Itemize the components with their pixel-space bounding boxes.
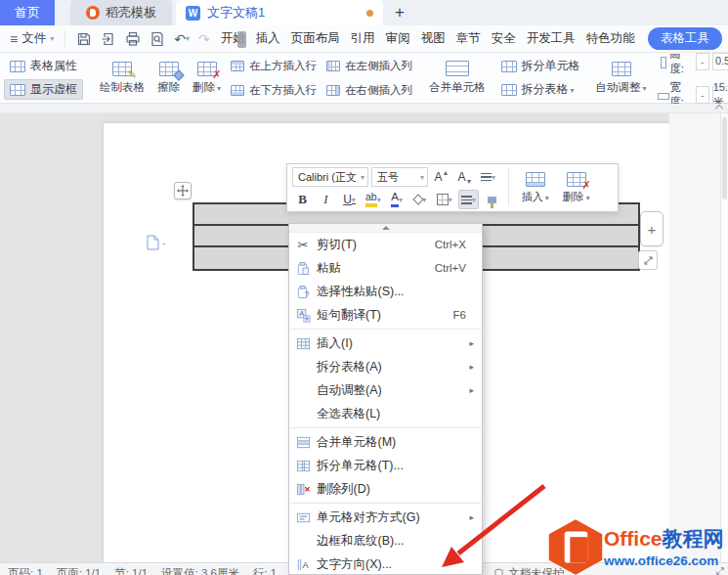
tab-document[interactable]: W 文字文稿1 — [176, 0, 383, 25]
context-menu-item[interactable]: ✂ 剪切(T) Ctrl+X — [289, 233, 482, 256]
menu-item-label: 单元格对齐方式(G) — [317, 509, 458, 526]
save-button[interactable] — [76, 31, 92, 47]
chevron-down-icon: ▾ — [420, 173, 424, 182]
new-tab-button[interactable]: + — [383, 0, 416, 25]
width-value-field[interactable]: 15.03厘米 — [712, 86, 728, 104]
redo-button-disabled: ↷ — [198, 31, 210, 47]
context-menu-item[interactable]: 边框和底纹(B)... — [289, 529, 482, 553]
table-properties-button[interactable]: 表格属性 — [4, 56, 83, 76]
insert-table-button[interactable]: 插入▾ — [515, 167, 556, 208]
print-button[interactable] — [125, 31, 141, 47]
eraser-button[interactable]: 擦除 — [154, 60, 183, 97]
underline-button[interactable]: U▾ — [339, 190, 360, 209]
italic-button[interactable]: I — [316, 190, 336, 209]
delete-table-button[interactable]: ✗ 删除▾ — [556, 167, 597, 208]
table-move-handle[interactable] — [174, 182, 192, 199]
context-menu: ✂ 剪切(T) Ctrl+X 粘贴 Ctrl+V ? 选择性粘贴(S)... A… — [288, 223, 483, 575]
undo-button[interactable]: ↶▾ — [174, 31, 190, 47]
autofit-button[interactable]: 自动调整▾ — [593, 60, 650, 97]
bold-button[interactable]: B — [292, 190, 313, 209]
draw-table-button[interactable]: ✎ 绘制表格 — [97, 60, 148, 97]
status-segment[interactable]: 页码: 1 — [8, 566, 43, 575]
ribbon-tabs: 开始插入页面布局引用审阅视图章节安全开发工具特色功能 — [221, 30, 635, 47]
ribbon-tab[interactable]: 特色功能 — [586, 30, 635, 47]
submenu-arrow-icon: ▸ — [466, 362, 474, 372]
status-segment[interactable]: 行: 1 — [253, 566, 277, 575]
scrollbar-thumb[interactable] — [722, 117, 727, 199]
context-menu-item[interactable]: ? 选择性粘贴(S)... — [289, 280, 482, 303]
ribbon-tab[interactable]: 开发工具 — [527, 30, 576, 47]
tab-docer-label: 稻壳模板 — [106, 4, 156, 22]
borders-button[interactable]: ▾ — [434, 190, 455, 209]
table-resize-handle[interactable] — [638, 250, 658, 270]
submenu-arrow-icon: ▸ — [466, 385, 474, 395]
file-menu[interactable]: ≡ 文件 ▾ — [10, 30, 54, 47]
menu-scroll-up[interactable] — [289, 224, 482, 233]
print-preview-button[interactable] — [150, 31, 165, 47]
delete-button[interactable]: ✗ 删除▾ — [190, 60, 224, 97]
table-add-row-button[interactable]: + — [640, 211, 664, 246]
show-gridlines-button[interactable]: 显示虚框 — [4, 79, 83, 100]
ribbon: 表格属性 显示虚框 ✎ 绘制表格 擦除 ✗ 删除▾ 在上方插入行 在下方插入行 — [0, 53, 728, 104]
context-menu-item[interactable]: 自动调整(A) ▸ — [289, 378, 482, 402]
tab-table-tools[interactable]: 表格工具 — [648, 27, 722, 50]
line-spacing-button[interactable]: ▾ — [478, 167, 498, 187]
tab-home[interactable]: 首页 — [0, 0, 55, 25]
export-button[interactable] — [101, 31, 116, 47]
tab-docer[interactable]: 稻壳模板 — [70, 0, 172, 25]
borders-icon — [437, 194, 449, 205]
context-menu-item[interactable]: 插入(I) ▸ — [289, 332, 482, 355]
insert-col-right-button[interactable]: 在右侧插入列 — [326, 80, 412, 101]
shading-button[interactable]: ▾ — [410, 190, 431, 209]
context-menu-item[interactable]: 单元格对齐方式(G) ▸ — [289, 506, 482, 529]
paste-options-icon[interactable]: ‐ — [147, 235, 165, 250]
format-painter-button[interactable] — [482, 190, 502, 209]
context-menu-item[interactable]: A 短句翻译(T) F6 — [289, 303, 482, 327]
decrease-font-button[interactable]: A — [454, 167, 475, 187]
collapse-ribbon-icon[interactable] — [715, 105, 723, 112]
vertical-scrollbar[interactable] — [720, 113, 728, 562]
submenu-arrow-icon: ▸ — [466, 512, 474, 522]
context-menu-item[interactable]: 粘贴 Ctrl+V — [289, 256, 482, 280]
height-decrease-button[interactable]: - — [696, 53, 709, 70]
split-cells-button[interactable]: 拆分单元格 — [495, 56, 586, 76]
chevron-down-icon: ▾ — [571, 86, 575, 95]
menu-item-label: 删除列(D) — [317, 481, 458, 498]
ribbon-tab[interactable]: 视图 — [421, 30, 446, 47]
table-properties-label: 表格属性 — [30, 58, 77, 74]
menu-item-label: 插入(I) — [317, 335, 458, 352]
context-menu-item[interactable]: 拆分表格(A) ▸ — [289, 355, 482, 378]
eraser-tip-icon — [173, 69, 184, 80]
ribbon-tab[interactable]: 插入 — [256, 30, 280, 47]
chevron-down-icon: ▾ — [217, 84, 221, 93]
status-segment[interactable]: 页面: 1/1 — [57, 566, 101, 575]
status-segment[interactable]: 节: 1/1 — [114, 566, 148, 575]
insert-row-below-button[interactable]: 在下方插入行 — [231, 80, 317, 101]
font-name-combo[interactable]: Calibri (正文 ▾ — [292, 167, 368, 187]
context-menu-item[interactable]: 全选表格(L) — [289, 402, 482, 425]
ribbon-tab[interactable]: 审阅 — [386, 30, 410, 47]
font-size-combo[interactable]: 五号 ▾ — [371, 167, 428, 187]
merge-cells-button[interactable]: 合并单元格 — [426, 59, 489, 97]
highlight-color-button[interactable]: ab▾ — [363, 190, 384, 209]
context-menu-item[interactable]: 删除列(D) — [289, 477, 482, 501]
ribbon-tab[interactable]: 章节 — [456, 30, 481, 47]
cut-icon: ✂ — [289, 238, 317, 252]
ribbon-tab[interactable]: 安全 — [492, 30, 516, 47]
context-menu-item[interactable]: 拆分单元格(T)... — [289, 454, 482, 477]
height-value-field[interactable]: 0.55厘米 — [712, 53, 728, 70]
insert-col-left-button[interactable]: 在左侧插入列 — [326, 56, 412, 76]
font-color-button[interactable]: A▾ — [387, 190, 407, 209]
width-decrease-button[interactable]: - — [696, 86, 709, 104]
insert-col-left-icon — [326, 61, 340, 71]
insert-row-above-button[interactable]: 在上方插入行 — [231, 56, 317, 76]
split-table-button[interactable]: 拆分表格▾ — [495, 79, 586, 100]
context-menu-item[interactable]: A 文字方向(X)... — [289, 553, 482, 575]
context-menu-item[interactable]: 合并单元格(M) — [289, 430, 482, 454]
align-button[interactable]: ▾ — [458, 190, 479, 209]
increase-font-button[interactable]: A — [431, 167, 451, 187]
ribbon-tab[interactable]: 页面布局 — [291, 30, 340, 47]
line-spacing-icon — [481, 173, 492, 182]
ribbon-tab[interactable]: 引用 — [351, 30, 375, 47]
status-segment[interactable]: 设置值: 3.6厘米 — [161, 566, 239, 575]
